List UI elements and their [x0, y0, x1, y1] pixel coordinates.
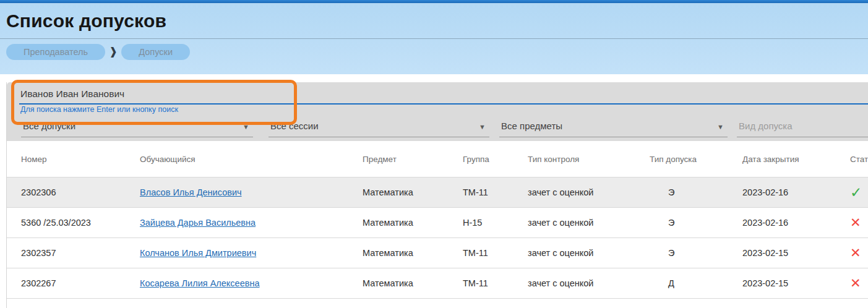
status-cross-icon: ✕	[850, 268, 868, 299]
column-header-status: Статус	[850, 141, 868, 178]
admissions-table: Номер Обучающийся Предмет Группа Тип кон…	[7, 141, 868, 299]
filter-toolbar: Для поиска нажмите Enter или кнопку поис…	[7, 82, 868, 141]
search-input[interactable]	[19, 85, 868, 105]
cell-group: ТМ-11	[463, 178, 528, 208]
cell-number: 2302267	[7, 268, 140, 299]
student-link[interactable]: Колчанов Илья Дмитриевич	[140, 248, 256, 258]
filter-placeholder: Вид допуска	[739, 121, 793, 131]
filter-all-admissions[interactable]: Все допуски ▼	[21, 118, 253, 137]
status-cross-icon: ✕	[850, 208, 868, 238]
table-row: 2302357 Колчанов Илья Дмитриевич Математ…	[7, 238, 868, 268]
cell-control-type: зачет с оценкой	[528, 178, 650, 208]
table-header-row: Номер Обучающийся Предмет Группа Тип кон…	[7, 141, 868, 178]
content-card: Для поиска нажмите Enter или кнопку поис…	[6, 82, 868, 308]
student-link[interactable]: Власов Илья Денисович	[140, 187, 242, 197]
cell-admission-type: Э	[650, 208, 742, 238]
cell-subject: Математика	[363, 208, 463, 238]
breadcrumb-label: Допуски	[139, 47, 173, 57]
cell-control-type: зачет с оценкой	[528, 268, 650, 299]
column-header-admission-type: Тип допуска	[650, 141, 742, 178]
cell-subject: Математика	[363, 238, 463, 268]
chevron-down-icon: ▼	[243, 123, 249, 130]
breadcrumb-label: Преподаватель	[24, 47, 88, 57]
cell-group: Н-15	[463, 208, 528, 238]
column-header-control-type: Тип контроля	[528, 141, 650, 178]
cell-number: 2302357	[7, 238, 140, 268]
student-link[interactable]: Зайцева Дарья Васильевна	[140, 218, 256, 228]
search-hint: Для поиска нажмите Enter или кнопку поис…	[20, 105, 178, 114]
column-header-group: Группа	[463, 141, 528, 178]
filter-selected-value: Все предметы	[501, 121, 562, 131]
breadcrumb: Преподаватель ❱ Допуски	[6, 44, 190, 60]
table-row: 5360 /25.03/2023 Зайцева Дарья Васильевн…	[7, 208, 868, 238]
filter-all-subjects[interactable]: Все предметы ▼	[499, 118, 728, 137]
column-header-subject: Предмет	[363, 141, 463, 178]
cell-close-date: 2023-02-16	[742, 178, 850, 208]
column-header-number: Номер	[7, 141, 140, 178]
student-link[interactable]: Косарева Лилия Алексеевна	[140, 278, 260, 288]
cell-close-date: 2023-02-15	[742, 238, 850, 268]
cell-group: ТМ-11	[463, 268, 528, 299]
cell-control-type: зачет с оценкой	[528, 238, 650, 268]
chevron-down-icon: ▼	[479, 123, 486, 130]
cell-close-date: 2023-02-15	[742, 268, 850, 299]
cell-close-date: 2023-02-16	[742, 208, 850, 238]
column-header-student: Обучающийся	[140, 141, 363, 178]
filter-all-sessions[interactable]: Все сессии ▼	[269, 118, 489, 137]
cell-group: ТМ-11	[463, 238, 528, 268]
breadcrumb-item-teacher[interactable]: Преподаватель	[6, 44, 105, 60]
breadcrumb-separator-icon: ❱	[109, 44, 118, 60]
cell-admission-type: Э	[650, 238, 742, 268]
filter-selected-value: Все допуски	[23, 121, 75, 131]
status-check-icon: ✓	[850, 178, 868, 208]
column-header-close-date: Дата закрытия	[742, 141, 850, 178]
breadcrumb-item-admissions[interactable]: Допуски	[121, 44, 190, 60]
header-divider	[0, 38, 868, 39]
cell-admission-type: Э	[650, 178, 742, 208]
table-row: 2302306 Власов Илья Денисович Математика…	[7, 178, 868, 208]
table-row: 2302267 Косарева Лилия Алексеевна Матема…	[7, 268, 868, 299]
cell-number: 2302306	[7, 178, 140, 208]
chevron-down-icon: ▼	[717, 123, 724, 130]
page-title: Список допусков	[6, 11, 166, 32]
filter-selected-value: Все сессии	[270, 121, 319, 131]
filter-admission-kind[interactable]: Вид допуска	[737, 118, 868, 137]
cell-admission-type: Д	[650, 268, 742, 299]
page-header: Список допусков Преподаватель ❱ Допуски	[0, 3, 868, 74]
status-cross-icon: ✕	[850, 238, 868, 268]
cell-subject: Математика	[363, 268, 463, 299]
cell-subject: Математика	[363, 178, 463, 208]
cell-number: 5360 /25.03/2023	[7, 208, 140, 238]
cell-control-type: зачет с оценкой	[528, 208, 650, 238]
